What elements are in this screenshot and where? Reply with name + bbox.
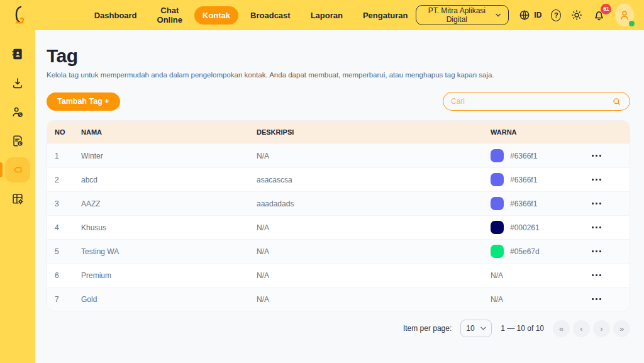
cell-deskripsi: N/A — [257, 223, 491, 232]
page-title: Tag — [47, 45, 630, 67]
person-icon — [618, 8, 631, 22]
user-block-icon — [11, 105, 25, 119]
cell-no: 1 — [55, 152, 81, 160]
sidebar-item-contacts[interactable] — [5, 42, 30, 67]
cell-deskripsi: asacascsa — [257, 176, 491, 184]
color-hex: #05e67d — [510, 247, 540, 256]
cell-actions — [571, 199, 622, 208]
topbar-right: PT. Mitra Aplikasi Digital ID ? — [416, 4, 634, 26]
cell-warna: N/A — [491, 271, 571, 280]
globe-icon — [518, 9, 531, 21]
sidebar-item-history[interactable] — [5, 128, 30, 154]
prev-page-button[interactable]: ‹ — [573, 320, 590, 337]
user-avatar[interactable] — [615, 4, 634, 26]
cell-deskripsi: N/A — [257, 271, 491, 280]
cell-warna: #6366f1 — [491, 197, 571, 210]
table-row: 1 Winter N/A #6366f1 — [47, 143, 630, 167]
first-page-button[interactable]: « — [553, 320, 570, 337]
topbar: DashboardChat OnlineKontakBroadcastLapor… — [0, 0, 644, 30]
chevron-down-icon — [496, 13, 501, 17]
items-per-page-label: Item per page: — [403, 324, 452, 333]
notifications-button[interactable]: 61 — [592, 9, 606, 22]
row-menu-button[interactable] — [587, 247, 606, 256]
items-per-page-select[interactable]: 10 — [460, 320, 492, 337]
cell-no: 7 — [55, 295, 81, 304]
cell-warna: #6366f1 — [491, 149, 571, 162]
table-gear-icon — [11, 192, 25, 206]
table-row: 3 AAZZ aaadadads #6366f1 — [47, 191, 630, 215]
next-page-button[interactable]: › — [593, 320, 610, 337]
cell-no: 3 — [55, 199, 81, 208]
cell-deskripsi: N/A — [257, 247, 491, 256]
table-row: 5 Testing WA N/A #05e67d — [47, 239, 630, 263]
row-menu-button[interactable] — [587, 175, 606, 184]
color-hex: #6366f1 — [510, 152, 537, 160]
language-toggle[interactable]: ID — [518, 9, 541, 21]
table-header: NO NAMA DESKRIPSI WARNA — [47, 121, 630, 143]
row-menu-button[interactable] — [587, 271, 606, 280]
company-selector[interactable]: PT. Mitra Aplikasi Digital — [416, 5, 509, 25]
nav-item-broadcast[interactable]: Broadcast — [242, 6, 299, 25]
nav-item-laporan[interactable]: Laporan — [303, 6, 351, 25]
cell-no: 5 — [55, 247, 81, 256]
sidebar-item-import[interactable] — [5, 70, 30, 96]
cell-deskripsi: N/A — [257, 152, 491, 160]
add-tag-button[interactable]: Tambah Tag + — [47, 92, 120, 111]
column-header-no: NO — [55, 128, 81, 136]
color-hex: #000261 — [510, 223, 540, 232]
search-box — [443, 92, 630, 111]
cell-no: 2 — [55, 176, 81, 184]
sidebar-item-blocked-contacts[interactable] — [5, 99, 30, 125]
table-row: 7 Gold N/A N/A — [47, 287, 630, 311]
column-header-nama: NAMA — [81, 128, 257, 136]
color-swatch — [491, 221, 504, 234]
download-icon — [11, 76, 25, 90]
last-page-button[interactable]: » — [613, 320, 630, 337]
tag-table: NO NAMA DESKRIPSI WARNA 1 Winter N/A #63… — [47, 120, 630, 311]
nav-item-pengaturan[interactable]: Pengaturan — [355, 6, 416, 25]
sun-icon — [570, 9, 583, 21]
actions-row: Tambah Tag + — [47, 92, 630, 111]
cell-warna: #05e67d — [491, 245, 571, 258]
pagination: Item per page: 10 1 — 10 of 10 «‹›» — [47, 320, 630, 337]
cell-nama: Gold — [81, 295, 257, 304]
cell-deskripsi: aaadadads — [257, 199, 491, 208]
color-swatch — [491, 149, 504, 162]
app-logo[interactable] — [10, 4, 31, 26]
nav-item-chat-online[interactable]: Chat Online — [149, 1, 191, 29]
cell-actions — [571, 175, 622, 184]
pagination-buttons: «‹›» — [553, 320, 630, 337]
cell-nama: Testing WA — [81, 247, 257, 256]
online-status-dot — [629, 21, 635, 26]
color-hex: #6366f1 — [510, 199, 537, 208]
address-book-icon — [11, 47, 25, 61]
row-menu-button[interactable] — [587, 199, 606, 208]
help-icon[interactable]: ? — [551, 9, 561, 21]
color-swatch — [491, 173, 504, 186]
nav-item-dashboard[interactable]: Dashboard — [86, 6, 145, 25]
cell-actions — [571, 294, 622, 304]
sidebar-item-tag[interactable] — [5, 157, 30, 182]
file-clock-icon — [11, 134, 25, 148]
row-menu-button[interactable] — [587, 223, 606, 232]
color-hex: N/A — [491, 271, 503, 280]
row-menu-button[interactable] — [587, 294, 606, 304]
color-hex: N/A — [491, 295, 503, 304]
row-menu-button[interactable] — [587, 151, 606, 160]
company-name: PT. Mitra Aplikasi Digital — [424, 6, 489, 24]
cell-no: 4 — [55, 223, 81, 232]
table-row: 6 Premium N/A N/A — [47, 263, 630, 287]
cell-nama: Premium — [81, 271, 257, 280]
cell-nama: AAZZ — [81, 199, 257, 208]
tag-icon — [11, 163, 25, 177]
color-swatch — [491, 245, 504, 258]
items-per-page-value: 10 — [466, 324, 474, 333]
cell-warna: #6366f1 — [491, 173, 571, 186]
cell-actions — [571, 271, 622, 280]
theme-toggle-icon[interactable] — [570, 9, 583, 21]
sidebar-item-segment[interactable] — [5, 186, 30, 211]
language-code: ID — [534, 11, 541, 20]
nav-item-kontak[interactable]: Kontak — [194, 6, 238, 25]
search-input[interactable] — [451, 97, 611, 106]
search-icon[interactable] — [611, 96, 622, 107]
